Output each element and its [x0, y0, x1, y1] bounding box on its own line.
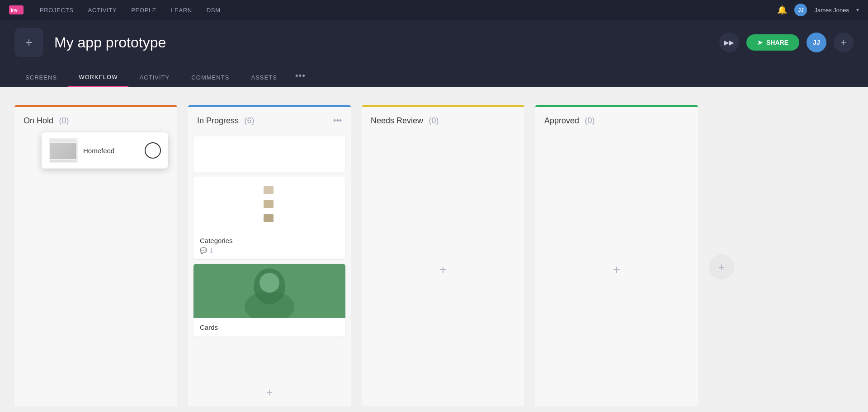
in-progress-title: In Progress [197, 116, 239, 125]
on-hold-count: (0) [59, 116, 69, 125]
approved-header: Approved (0) [535, 107, 698, 133]
add-column-button[interactable]: + [709, 254, 734, 280]
app-logo[interactable]: inv [9, 5, 25, 15]
more-dots-icon: ••• [295, 71, 306, 80]
project-title: My app prototype [54, 34, 166, 51]
add-member-button[interactable]: + [834, 33, 854, 52]
add-member-icon: + [841, 37, 847, 48]
empty-card-placeholder [193, 136, 345, 173]
tab-more[interactable]: ••• [288, 68, 313, 87]
svg-point-5 [259, 273, 279, 293]
tab-screens-label: SCREENS [25, 74, 57, 81]
in-progress-plus-icon: + [266, 386, 273, 399]
needs-review-header: Needs Review (0) [362, 107, 524, 133]
categories-card-meta: 💬 1 [200, 247, 339, 254]
cat-item-1 [262, 185, 277, 195]
on-hold-title-group: On Hold (0) [24, 116, 69, 126]
nav-people[interactable]: PEOPLE [131, 7, 156, 14]
approved-title-group: Approved (0) [544, 116, 595, 126]
column-in-progress: In Progress (6) ••• [188, 105, 351, 406]
approved-add-button[interactable]: + [535, 133, 698, 406]
topnav-right-section: 🔔 JJ James Jones ▾ [777, 4, 859, 16]
column-approved: Approved (0) + [535, 105, 698, 406]
top-navigation: inv PROJECTS ACTIVITY PEOPLE LEARN DSM 🔔… [0, 0, 868, 20]
cards-thumbnail [193, 264, 345, 318]
nav-projects[interactable]: PROJECTS [40, 7, 74, 14]
drag-cursor-icon [145, 142, 161, 159]
column-needs-review: Needs Review (0) + [362, 105, 524, 406]
needs-review-count: (0) [429, 116, 439, 125]
tab-screens[interactable]: SCREENS [14, 70, 68, 87]
tab-workflow[interactable]: WORKFLOW [68, 70, 128, 87]
cat-item-3 [262, 213, 277, 223]
categories-comment-count: 1 [210, 247, 213, 254]
card-categories[interactable]: Categories 💬 1 [193, 177, 345, 259]
bell-icon[interactable]: 🔔 [777, 5, 787, 15]
cards-card-body: Cards [193, 318, 345, 337]
topnav-username: James Jones [814, 7, 849, 14]
header-top-row: + My app prototype ▶▶ ➤ SHARE JJ + [14, 28, 854, 57]
plus-icon: + [25, 35, 33, 50]
on-hold-header: On Hold (0) [14, 107, 177, 133]
cards-card-title: Cards [200, 323, 339, 331]
nav-dsm[interactable]: DSM [207, 7, 221, 14]
needs-review-add-button[interactable]: + [362, 133, 524, 406]
share-button[interactable]: ➤ SHARE [746, 34, 799, 51]
play-icon: ▶▶ [724, 39, 734, 46]
dragged-card-title: Homefeed [83, 147, 114, 154]
page-header: + My app prototype ▶▶ ➤ SHARE JJ + SCREE… [0, 20, 868, 87]
tab-workflow-label: WORKFLOW [79, 74, 118, 80]
approved-plus-icon: + [613, 262, 620, 277]
share-arrow-icon: ➤ [757, 39, 763, 46]
topnav-chevron-icon[interactable]: ▾ [856, 7, 859, 13]
tab-comments[interactable]: COMMENTS [180, 70, 240, 87]
cat-item-2 [262, 199, 277, 209]
tab-assets-label: ASSETS [251, 74, 277, 81]
categories-thumbnail [193, 177, 345, 231]
tab-activity-label: ACTIVITY [139, 74, 170, 81]
card-cards[interactable]: Cards [193, 264, 345, 337]
workflow-board: On Hold (0) Homefeed In Prog [0, 87, 868, 412]
tab-activity[interactable]: ACTIVITY [128, 70, 180, 87]
needs-review-title: Needs Review [371, 116, 423, 125]
in-progress-count: (6) [245, 116, 255, 125]
categories-card-title: Categories [200, 237, 339, 244]
tab-comments-label: COMMENTS [191, 74, 229, 81]
nav-learn[interactable]: LEARN [171, 7, 192, 14]
topnav-avatar[interactable]: JJ [794, 4, 807, 16]
column-on-hold: On Hold (0) Homefeed [14, 105, 177, 406]
topnav-initials: JJ [798, 7, 803, 13]
svg-text:inv: inv [11, 8, 18, 13]
cards-thumb-image [193, 264, 345, 318]
approved-count: (0) [585, 116, 595, 125]
preview-button[interactable]: ▶▶ [719, 33, 739, 52]
user-initials: JJ [813, 39, 820, 46]
comment-icon: 💬 [200, 247, 207, 254]
add-column-icon: + [718, 260, 725, 274]
tab-navigation: SCREENS WORKFLOW ACTIVITY COMMENTS ASSET… [14, 68, 854, 87]
in-progress-add-button[interactable]: + [188, 379, 351, 406]
needs-review-plus-icon: + [439, 262, 447, 277]
categories-card-body: Categories 💬 1 [193, 231, 345, 259]
in-progress-cards: Categories 💬 1 [188, 133, 351, 379]
in-progress-menu-icon[interactable]: ••• [333, 116, 342, 126]
tab-assets[interactable]: ASSETS [240, 70, 288, 87]
on-hold-title: On Hold [24, 116, 53, 125]
needs-review-title-group: Needs Review (0) [371, 116, 439, 126]
in-progress-title-group: In Progress (6) [197, 116, 255, 126]
user-avatar[interactable]: JJ [807, 33, 826, 52]
approved-title: Approved [544, 116, 579, 125]
header-actions: ▶▶ ➤ SHARE JJ + [719, 33, 854, 52]
in-progress-header: In Progress (6) ••• [188, 107, 351, 133]
dragged-card-preview: Homefeed [42, 132, 168, 169]
nav-activity[interactable]: ACTIVITY [88, 7, 117, 14]
share-label: SHARE [766, 39, 788, 46]
dragged-card-thumbnail [49, 138, 78, 163]
add-project-button[interactable]: + [14, 28, 43, 57]
